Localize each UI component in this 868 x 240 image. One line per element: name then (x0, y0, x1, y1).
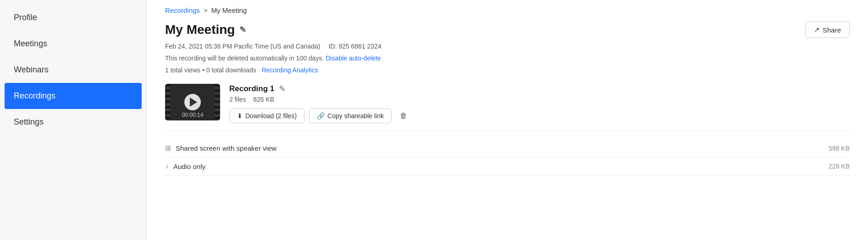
page-title-row: My Meeting ✎ ↗ Share (165, 22, 850, 38)
edit-title-icon[interactable]: ✎ (239, 25, 246, 35)
sidebar-item-label: Recordings (14, 91, 55, 101)
files-count: 2 files (229, 96, 246, 103)
autodelete-notice: This recording will be deleted automatic… (165, 55, 850, 62)
sidebar-item-meetings[interactable]: Meetings (0, 31, 146, 57)
file-size-1: 228 KB (829, 163, 850, 170)
disable-autodelete-link[interactable]: Disable auto-delete (326, 55, 381, 62)
play-button[interactable] (184, 94, 201, 110)
share-button[interactable]: ↗ Share (805, 22, 850, 38)
file-item-1: ♪ Audio only 228 KB (165, 158, 850, 175)
stats-text: 1 total views • 0 total downloads (165, 66, 256, 74)
sidebar-item-label: Settings (14, 117, 44, 127)
file-size-0: 598 KB (829, 145, 850, 152)
sidebar-item-label: Meetings (14, 39, 47, 49)
breadcrumb-current: My Meeting (211, 6, 247, 14)
share-icon: ↗ (814, 26, 820, 34)
sidebar-item-label: Profile (14, 13, 37, 22)
recording-meta: 2 files 826 KB (229, 96, 850, 103)
sidebar: Profile Meetings Webinars Recordings Set… (0, 0, 147, 240)
sidebar-item-recordings[interactable]: Recordings (5, 83, 142, 109)
page-title: My Meeting ✎ (165, 22, 246, 37)
recording-name: Recording 1 (229, 84, 274, 93)
recording-details: Recording 1 ✎ 2 files 826 KB ⬇ Download … (229, 84, 850, 123)
edit-recording-icon[interactable]: ✎ (279, 84, 286, 94)
file-label-1: Audio only (173, 163, 205, 170)
recording-thumbnail[interactable]: 00:00:14 (165, 84, 220, 120)
audio-icon: ♪ (165, 162, 169, 170)
meta-row: Feb 24, 2021 05:36 PM Pacific Time (US a… (165, 43, 850, 50)
recording-size: 826 KB (253, 96, 274, 103)
breadcrumb-separator: > (204, 6, 208, 14)
date-meta: Feb 24, 2021 05:36 PM Pacific Time (US a… (165, 43, 321, 50)
breadcrumb: Recordings > My Meeting (165, 0, 850, 19)
delete-button[interactable]: 🗑 (396, 109, 411, 123)
analytics-link[interactable]: Recording Analytics (262, 66, 318, 74)
copy-link-button[interactable]: 🔗 Copy shareable link (309, 109, 392, 123)
sidebar-item-profile[interactable]: Profile (0, 5, 146, 31)
recording-title-row: Recording 1 ✎ (229, 84, 850, 94)
meeting-id: ID: 925 6861 2324 (329, 43, 381, 50)
file-label-0: Shared screen with speaker view (176, 144, 276, 152)
copy-link-label: Copy shareable link (327, 112, 384, 120)
sidebar-item-webinars[interactable]: Webinars (0, 57, 146, 83)
main-content: Recordings > My Meeting My Meeting ✎ ↗ S… (147, 0, 868, 240)
download-icon: ⬇ (237, 112, 243, 120)
breadcrumb-recordings-link[interactable]: Recordings (165, 6, 200, 14)
recording-actions: ⬇ Download (2 files) 🔗 Copy shareable li… (229, 109, 850, 123)
file-item-0: ⊞ Shared screen with speaker view 598 KB (165, 139, 850, 158)
recording-card: 00:00:14 Recording 1 ✎ 2 files 826 KB ⬇ … (165, 84, 850, 131)
autodelete-text: This recording will be deleted automatic… (165, 55, 324, 62)
play-icon (190, 98, 197, 107)
download-button-label: Download (2 files) (245, 112, 297, 120)
meeting-title: My Meeting (165, 22, 235, 37)
film-strip-right (215, 84, 220, 120)
recording-timestamp: 00:00:14 (182, 112, 204, 118)
link-icon: 🔗 (317, 112, 325, 120)
download-button[interactable]: ⬇ Download (2 files) (229, 109, 304, 123)
film-strip-left (165, 84, 171, 120)
file-list: ⊞ Shared screen with speaker view 598 KB… (165, 139, 850, 175)
screen-icon: ⊞ (165, 144, 171, 153)
sidebar-item-settings[interactable]: Settings (0, 109, 146, 135)
sidebar-item-label: Webinars (14, 65, 49, 75)
stats-row: 1 total views • 0 total downloads Record… (165, 66, 850, 74)
share-button-label: Share (823, 26, 841, 34)
